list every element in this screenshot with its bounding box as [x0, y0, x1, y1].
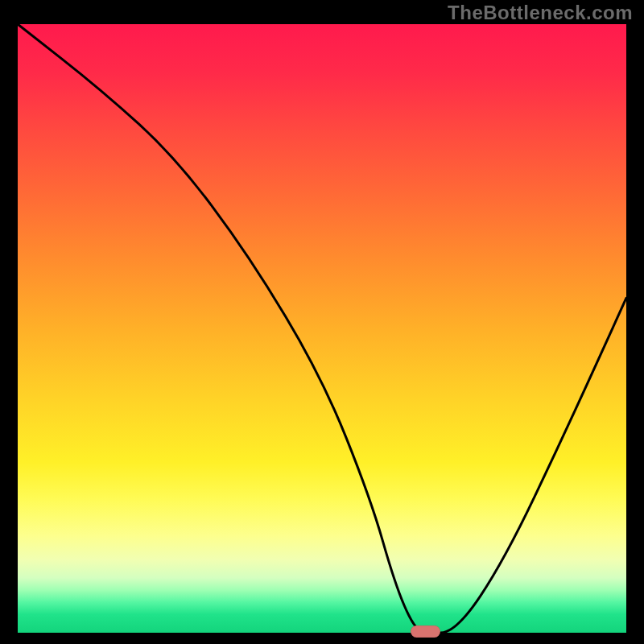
curve-path [18, 24, 626, 633]
watermark-text: TheBottleneck.com [448, 2, 633, 24]
chart-frame: TheBottleneck.com [0, 0, 644, 644]
chart-plot-area [18, 24, 626, 633]
bottleneck-curve [18, 24, 626, 633]
optimum-marker [411, 625, 441, 638]
